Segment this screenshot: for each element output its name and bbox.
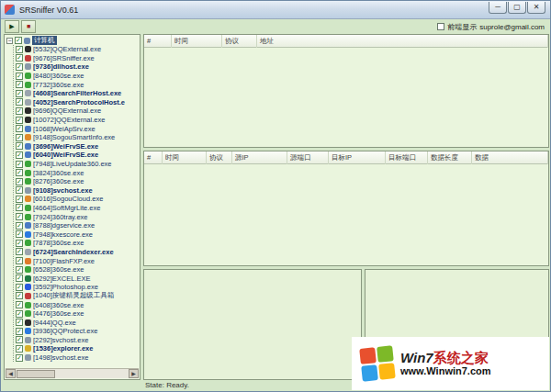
root-label[interactable]: 计算机 xyxy=(32,36,57,45)
process-checkbox[interactable]: ✓ xyxy=(16,151,23,159)
process-checkbox[interactable]: ✓ xyxy=(16,169,23,176)
process-checkbox[interactable]: ✓ xyxy=(16,222,23,230)
tree-item-process[interactable]: ✓[4476]360se.exe xyxy=(16,309,139,319)
collapse-icon[interactable]: − xyxy=(6,38,13,44)
tree-item-process[interactable]: ✓[9444]QQ.exe xyxy=(16,318,139,327)
process-checkbox[interactable]: ✓ xyxy=(16,230,23,238)
process-checkbox[interactable]: ✓ xyxy=(16,345,23,353)
tree-item-process[interactable]: ✓[10072]QQExternal.exe xyxy=(16,116,139,125)
http-request-table-column-header[interactable]: # xyxy=(144,35,172,48)
tree-item-process[interactable]: ✓[1068]WeiApSrv.exe xyxy=(16,124,139,133)
process-checkbox[interactable]: ✓ xyxy=(16,240,23,247)
tree-item-process[interactable]: ✓[6724]SearchIndexer.exe xyxy=(16,248,139,257)
packet-table-column-header[interactable]: # xyxy=(144,151,163,164)
packet-table-column-header[interactable]: 源IP xyxy=(232,151,287,164)
tree-item-process[interactable]: ✓[9696]QQExternal.exe xyxy=(16,106,139,116)
packet-table-column-header[interactable]: 数据长度 xyxy=(428,151,472,164)
process-checkbox[interactable]: ✓ xyxy=(16,178,23,185)
tree-item-process[interactable]: ✓[7924]360tray.exe xyxy=(16,212,139,221)
tree-item-process[interactable]: ✓[1498]svchost.exe xyxy=(16,353,139,363)
packet-table-column-header[interactable]: 目标端口 xyxy=(386,151,428,164)
tree-item-process[interactable]: ✓[8276]360se.exe xyxy=(16,177,139,186)
tree-item-process[interactable]: ✓[8788]dgservice.exe xyxy=(16,221,139,230)
process-checkbox[interactable]: ✓ xyxy=(16,107,23,115)
tree-item-process[interactable]: ✓[7948]kxescore.exe xyxy=(16,230,139,239)
http-request-table-column-header[interactable]: 协议 xyxy=(222,35,257,48)
process-checkbox[interactable]: ✓ xyxy=(16,284,23,291)
process-checkbox[interactable]: ✓ xyxy=(16,54,23,62)
process-checkbox[interactable]: ✓ xyxy=(16,90,23,97)
root-checkbox[interactable]: ✓ xyxy=(15,37,22,44)
tree-item-process[interactable]: ✓[9736]dllhost.exe xyxy=(16,62,139,72)
tree-item-process[interactable]: ✓[3824]360se.exe xyxy=(16,168,139,177)
tree-item-process[interactable]: ✓[4608]SearchFilterHost.exe xyxy=(16,89,139,98)
http-request-table[interactable]: #时间协议地址 xyxy=(143,34,549,148)
packet-table-column-header[interactable]: 数据 xyxy=(472,151,548,164)
process-checkbox[interactable]: ✓ xyxy=(16,319,23,326)
packet-table-column-header[interactable]: 源端口 xyxy=(287,151,329,164)
stop-capture-button[interactable]: ■ xyxy=(21,20,36,33)
process-checkbox[interactable]: ✓ xyxy=(16,266,23,274)
process-checkbox[interactable]: ✓ xyxy=(16,125,23,132)
process-checkbox[interactable]: ✓ xyxy=(16,46,23,53)
tree-item-process[interactable]: ✓[6016]SogouCloud.exe xyxy=(16,195,139,204)
process-checkbox[interactable]: ✓ xyxy=(16,196,23,203)
tree-item-process[interactable]: ✓[3696]WeiFrvSE.exe xyxy=(16,142,139,151)
scroll-thumb[interactable] xyxy=(17,370,55,378)
tree-item-process[interactable]: ✓[9108]svchost.exe xyxy=(16,186,139,196)
process-checkbox[interactable]: ✓ xyxy=(16,81,23,88)
title-bar[interactable]: SRSniffer V0.61 ─ ▢ ✕ xyxy=(1,1,550,19)
process-checkbox[interactable]: ✓ xyxy=(16,117,23,124)
tree-item-process[interactable]: ✓[1536]explorer.exe xyxy=(16,344,139,353)
process-checkbox[interactable]: ✓ xyxy=(16,301,23,308)
process-checkbox[interactable]: ✓ xyxy=(16,248,23,255)
minimize-button[interactable]: ─ xyxy=(489,2,507,14)
tree-horizontal-scrollbar[interactable]: ◀ ▶ xyxy=(6,368,139,378)
tree-item-process[interactable]: ✓[6528]360se.exe xyxy=(16,265,139,274)
process-checkbox[interactable]: ✓ xyxy=(16,142,23,150)
process-checkbox[interactable]: ✓ xyxy=(16,73,23,80)
scroll-left-icon[interactable]: ◀ xyxy=(6,369,16,378)
tree-item-process[interactable]: ✓[6292]EXCEL.EXE xyxy=(16,274,139,283)
maximize-button[interactable]: ▢ xyxy=(508,2,526,14)
tree-item-process[interactable]: ✓[2292]svchost.exe xyxy=(16,336,139,345)
tree-item-process[interactable]: ✓[9676]SRSniffer.exe xyxy=(16,54,139,63)
tree-root-computer[interactable]: − ✓ 计算机 xyxy=(6,36,139,45)
tree-item-process[interactable]: ✓[3936]QQProtect.exe xyxy=(16,327,139,336)
start-capture-button[interactable]: ▶ xyxy=(5,20,19,33)
tree-item-process[interactable]: ✓[4664]SoftMgrLite.exe xyxy=(16,204,139,213)
tree-item-process[interactable]: ✓[5532]QQExternal.exe xyxy=(16,45,139,54)
packet-table-column-header[interactable]: 目标IP xyxy=(329,151,386,164)
packet-table-column-header[interactable]: 时间 xyxy=(163,151,207,164)
tree-item-process[interactable]: ✓[9148]SogouSmartInfo.exe xyxy=(16,133,139,142)
process-checkbox[interactable]: ✓ xyxy=(16,134,23,141)
http-request-table-column-header[interactable]: 时间 xyxy=(172,35,222,48)
tree-item-process[interactable]: ✓[8480]360se.exe xyxy=(16,72,139,81)
process-checkbox[interactable]: ✓ xyxy=(16,310,23,318)
tree-item-process[interactable]: ✓[7100]FlashFXP.exe xyxy=(16,256,139,265)
process-checkbox[interactable]: ✓ xyxy=(16,204,23,211)
process-checkbox[interactable]: ✓ xyxy=(16,98,23,106)
front-display-checkbox[interactable] xyxy=(437,23,444,30)
tree-item-process[interactable]: ✓[4052]SearchProtocolHost.e xyxy=(16,98,139,107)
tree-item-process[interactable]: ✓[3592]Photoshop.exe xyxy=(16,283,139,292)
hex-view-left[interactable] xyxy=(143,269,362,380)
tree-item-process[interactable]: ✓[6408]360se.exe xyxy=(16,300,139,309)
tree-item-process[interactable]: ✓[7732]360se.exe xyxy=(16,80,139,89)
process-checkbox[interactable]: ✓ xyxy=(16,213,23,220)
process-checkbox[interactable]: ✓ xyxy=(16,63,23,71)
process-checkbox[interactable]: ✓ xyxy=(16,328,23,335)
process-checkbox[interactable]: ✓ xyxy=(16,161,23,168)
tree-item-process[interactable]: ✓[6040]WeiFrvSE.exe xyxy=(16,151,139,160)
packet-table-column-header[interactable]: 协议 xyxy=(207,151,232,164)
tree-item-process[interactable]: ✓[7948]LiveUpdate360.exe xyxy=(16,160,139,169)
process-checkbox[interactable]: ✓ xyxy=(16,354,23,362)
tree-item-process[interactable]: ✓[1040]按键精灵超级工具箱 xyxy=(16,292,139,301)
scroll-right-icon[interactable]: ▶ xyxy=(129,369,139,378)
process-checkbox[interactable]: ✓ xyxy=(16,292,23,299)
close-button[interactable]: ✕ xyxy=(527,2,545,14)
http-request-table-column-header[interactable]: 地址 xyxy=(257,35,548,48)
process-checkbox[interactable]: ✓ xyxy=(16,274,23,282)
process-checkbox[interactable]: ✓ xyxy=(16,186,23,194)
process-checkbox[interactable]: ✓ xyxy=(16,336,23,343)
